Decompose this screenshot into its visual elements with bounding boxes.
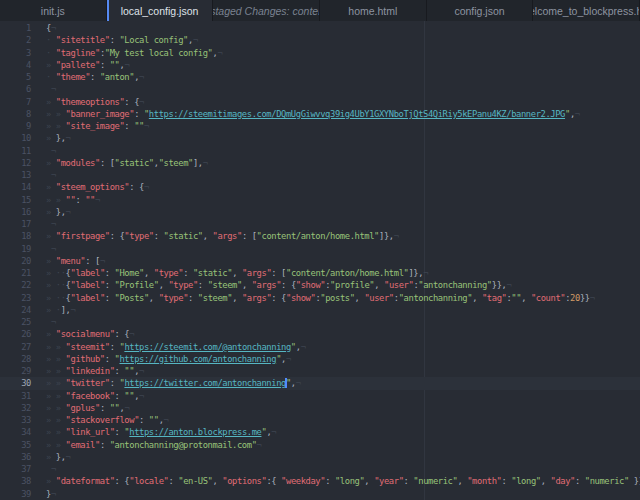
line-number[interactable]: 7 — [0, 96, 40, 108]
line-number[interactable]: 6 — [0, 83, 40, 95]
code-link[interactable]: https://steemit.com/@antonchanning — [124, 342, 290, 352]
line-number[interactable]: 27 — [0, 341, 40, 353]
line-number[interactable]: 29 — [0, 365, 40, 377]
line-number[interactable]: 4 — [0, 59, 40, 71]
code-token: "banner_image" — [66, 109, 135, 119]
code-line[interactable]: 32» » "gplus": "",¬ — [0, 402, 640, 414]
code-line[interactable]: 7» "themeoptions": {¬ — [0, 96, 640, 108]
code-line[interactable]: 20» "menu": [¬ — [0, 255, 640, 267]
line-number[interactable]: 16 — [0, 206, 40, 218]
line-number[interactable]: 38 — [0, 475, 40, 487]
line-number[interactable]: 3 — [0, 47, 40, 59]
line-number[interactable]: 8 — [0, 108, 40, 120]
code-line[interactable]: 8» » "banner_image": "https://steemitima… — [0, 108, 640, 120]
code-line[interactable]: 14» "steem_options": {¬ — [0, 181, 640, 193]
line-number[interactable]: 30 — [0, 377, 40, 389]
code-line[interactable]: 33» » "stackoverflow": "",¬ — [0, 414, 640, 426]
code-line[interactable]: 10» },¬ — [0, 132, 640, 144]
code-line[interactable]: 22» ··{"label": "Profile", "type": "stee… — [0, 279, 640, 291]
line-number[interactable]: 25 — [0, 316, 40, 328]
code-line[interactable]: 12» "modules": ["static","steem"],¬ — [0, 157, 640, 169]
code-line[interactable]: 34» » "link_url": "https://anton.blockpr… — [0, 426, 640, 438]
code-line[interactable]: 3· "tagline":"My test local config",¬ — [0, 47, 640, 59]
tab-unstaged-changes-content[interactable]: Unstaged Changes: content... — [213, 0, 320, 21]
code-line[interactable]: 31» » "facebook": "",¬ — [0, 390, 640, 402]
line-number[interactable]: 15 — [0, 194, 40, 206]
line-number[interactable]: 18 — [0, 230, 40, 242]
code-link[interactable]: https://anton.blockpress.me — [129, 427, 261, 437]
code-token: » » — [46, 121, 66, 131]
line-number[interactable]: 37 — [0, 463, 40, 475]
code-line[interactable]: 26» "socialmenu": {¬ — [0, 328, 640, 340]
code-line[interactable]: 21» ··{"label": "Home", "type": "static"… — [0, 267, 640, 279]
code-link[interactable]: https://steemitimages.com/DQmUgGiwvvq39i… — [149, 109, 565, 119]
code-line[interactable]: 37 ¬ — [0, 463, 640, 475]
line-number[interactable]: 14 — [0, 181, 40, 193]
code-token: ¬ — [217, 48, 222, 58]
code-line[interactable]: 17 ¬ — [0, 218, 640, 230]
line-number[interactable]: 22 — [0, 279, 40, 291]
line-number[interactable]: 1 — [0, 22, 40, 34]
line-number[interactable]: 12 — [0, 157, 40, 169]
code-token: "antonchanning" — [418, 280, 491, 290]
code-line[interactable]: 13 ¬ — [0, 169, 640, 181]
code-line[interactable]: 27» » "steemit": "https://steemit.com/@a… — [0, 341, 640, 353]
code-line[interactable]: 1{¬ — [0, 22, 640, 34]
line-number[interactable]: 2 — [0, 34, 40, 46]
code-link[interactable]: https://github.com/antonchanning — [119, 354, 276, 364]
code-token: » — [46, 256, 56, 266]
code-line[interactable]: 35» » "email": "antonchanning@protonmail… — [0, 439, 640, 451]
code-line[interactable]: 15» » "": ""¬ — [0, 194, 640, 206]
code-line[interactable]: 19 ¬ — [0, 243, 640, 255]
line-number[interactable]: 32 — [0, 402, 40, 414]
line-number[interactable]: 35 — [0, 439, 40, 451]
line-number[interactable]: 39 — [0, 488, 40, 500]
code-token: : — [183, 268, 193, 278]
line-number[interactable]: 20 — [0, 255, 40, 267]
code-link[interactable]: https://twitter.com/antonchanning — [124, 378, 286, 388]
line-number[interactable]: 36 — [0, 451, 40, 463]
line-number[interactable]: 5 — [0, 71, 40, 83]
line-number[interactable]: 9 — [0, 120, 40, 132]
code-text: ¬ — [40, 145, 640, 157]
code-line[interactable]: 9» » "site_image": ""¬ — [0, 120, 640, 132]
line-number[interactable]: 23 — [0, 292, 40, 304]
code-editor[interactable]: 1{¬2· "sitetitle": "Local config",¬3· "t… — [0, 21, 640, 500]
code-line[interactable]: 36» },¬ — [0, 451, 640, 463]
line-number[interactable]: 31 — [0, 390, 40, 402]
tab-config-json[interactable]: config.json — [427, 0, 534, 21]
line-number[interactable]: 33 — [0, 414, 40, 426]
line-number[interactable]: 19 — [0, 243, 40, 255]
code-line[interactable]: 39}¬ — [0, 488, 640, 500]
line-number[interactable]: 11 — [0, 145, 40, 157]
code-line[interactable]: 11 ¬ — [0, 145, 640, 157]
line-number[interactable]: 28 — [0, 353, 40, 365]
code-line[interactable]: 29» » "linkedin": "",¬ — [0, 365, 640, 377]
code-line[interactable]: 6 ¬ — [0, 83, 640, 95]
code-token: : { — [281, 280, 296, 290]
code-token: "facebook" — [66, 391, 115, 401]
code-line[interactable]: 23» ··{"label": "Posts", "type": "steem"… — [0, 292, 640, 304]
line-number[interactable]: 26 — [0, 328, 40, 340]
line-number[interactable]: 13 — [0, 169, 40, 181]
code-line[interactable]: 5· "theme": "anton",¬ — [0, 71, 640, 83]
code-line[interactable]: 4» "pallete": "",¬ — [0, 59, 640, 71]
code-line[interactable]: 30» » "twitter": "https://twitter.com/an… — [0, 377, 640, 389]
tab-welcome-to-blockpress-h[interactable]: welcome_to_blockpress.h... — [533, 0, 640, 21]
line-number[interactable]: 34 — [0, 426, 40, 438]
code-token: "themeoptions" — [56, 97, 125, 107]
code-line[interactable]: 38» "dateformat": {"locale": "en-US", "o… — [0, 475, 640, 487]
line-number[interactable]: 10 — [0, 132, 40, 144]
code-line[interactable]: 18» "firstpage": {"type": "static", "arg… — [0, 230, 640, 242]
line-number[interactable]: 24 — [0, 304, 40, 316]
line-number[interactable]: 17 — [0, 218, 40, 230]
code-line[interactable]: 25 ¬ — [0, 316, 640, 328]
tab-local-config-json[interactable]: local_config.json — [107, 0, 214, 21]
line-number[interactable]: 21 — [0, 267, 40, 279]
code-line[interactable]: 28» » "github": "https://github.com/anto… — [0, 353, 640, 365]
tab-home-html[interactable]: home.html — [320, 0, 427, 21]
tab-init-js[interactable]: init.js — [0, 0, 107, 21]
code-line[interactable]: 16» },¬ — [0, 206, 640, 218]
code-line[interactable]: 24» ·],¬ — [0, 304, 640, 316]
code-line[interactable]: 2· "sitetitle": "Local config",¬ — [0, 34, 640, 46]
